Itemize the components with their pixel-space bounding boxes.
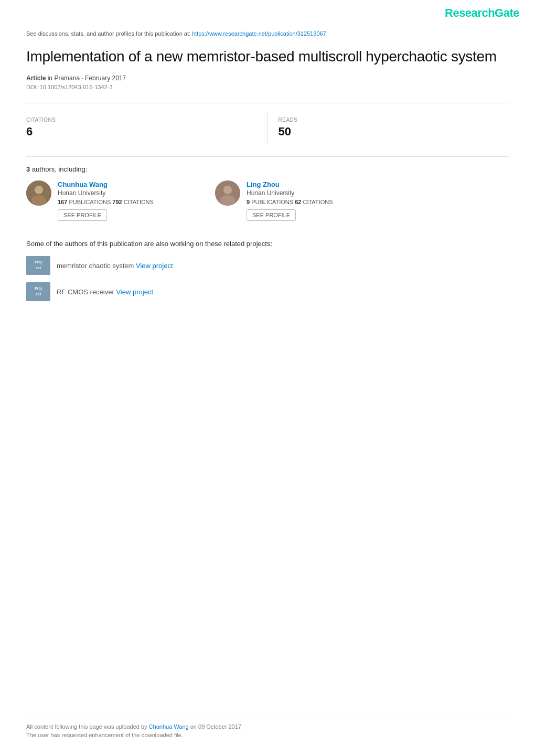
project-text-1: RF CMOS receiver View project — [57, 288, 153, 296]
author-stats-ling: 9 PUBLICATIONS 62 CITATIONS — [247, 199, 333, 205]
avatar-chunhua — [26, 180, 51, 206]
reads-value: 50 — [279, 125, 509, 139]
article-meta: Article in Pramana · February 2017 — [26, 74, 509, 82]
svg-text:ect: ect — [36, 292, 41, 296]
project-link-0[interactable]: View project — [136, 262, 173, 270]
svg-text:ect: ect — [36, 266, 41, 270]
page-footer: All content following this page was uplo… — [26, 718, 509, 740]
author-pub-count-chunhua: 167 — [58, 199, 67, 205]
footer-disclaimer: The user has requested enhancement of th… — [26, 732, 509, 738]
reads-block: READS 50 — [279, 112, 509, 144]
citations-label: CITATIONS — [26, 117, 257, 123]
reads-label: READS — [279, 117, 509, 123]
publication-link[interactable]: https://www.researchgate.net/publication… — [192, 30, 326, 37]
authors-grid: Chunhua Wang Hunan University 167 PUBLIC… — [26, 180, 509, 224]
author-info-chunhua: Chunhua Wang Hunan University 167 PUBLIC… — [58, 180, 154, 221]
project-name-0: memristor chaotic system — [57, 262, 134, 270]
footer-date-text: on 09 October 2017. — [190, 723, 243, 730]
project-item-0: Proj ect memristor chaotic system View p… — [26, 256, 509, 275]
project-name-1: RF CMOS receiver — [57, 288, 114, 296]
avatar-image-ling — [215, 180, 240, 206]
citations-value: 6 — [26, 125, 257, 139]
pub-label-chunhua: PUBLICATIONS — [69, 199, 111, 205]
project-item-1: Proj ect RF CMOS receiver View project — [26, 282, 509, 301]
article-doi: DOI: 10.1007/s12043-016-1342-3 — [26, 84, 509, 90]
project-thumbnail-0: Proj ect — [26, 256, 50, 275]
divider-top — [26, 103, 509, 103]
svg-rect-9 — [26, 282, 50, 301]
authors-count: 3 — [26, 165, 30, 173]
page-title: Implementation of a new memristor-based … — [26, 47, 509, 66]
author-name-ling[interactable]: Ling Zhou — [247, 180, 333, 188]
svg-point-4 — [223, 186, 232, 194]
author-affiliation-ling: Hunan University — [247, 189, 333, 197]
svg-point-2 — [31, 195, 46, 206]
project-thumbnail-1: Proj ect — [26, 282, 50, 301]
main-content: See discussions, stats, and author profi… — [0, 0, 535, 329]
researchgate-logo[interactable]: ResearchGate — [445, 6, 519, 19]
top-notice: See discussions, stats, and author profi… — [26, 30, 509, 37]
author-card-chunhua: Chunhua Wang Hunan University 167 PUBLIC… — [26, 180, 194, 224]
svg-point-1 — [35, 186, 43, 194]
stats-divider — [268, 112, 268, 144]
footer-prefix: All content following this page was uplo… — [26, 723, 149, 730]
see-profile-button-chunhua[interactable]: SEE PROFILE — [58, 209, 107, 221]
project-thumbnail-image-0: Proj ect — [26, 256, 50, 275]
footer-divider — [26, 718, 509, 718]
footer-uploader-link[interactable]: Chunhua Wang — [149, 723, 189, 730]
top-notice-prefix: See discussions, stats, and author profi… — [26, 30, 192, 37]
author-cite-count-chunhua: 792 — [112, 199, 122, 205]
article-type: Article — [26, 74, 46, 82]
article-date: February 2017 — [85, 74, 126, 82]
author-affiliation-chunhua: Hunan University — [58, 189, 154, 197]
author-stats-chunhua: 167 PUBLICATIONS 792 CITATIONS — [58, 199, 154, 205]
related-projects-title: Some of the authors of this publication … — [26, 240, 509, 248]
citations-block: CITATIONS 6 — [26, 112, 257, 144]
author-pub-count-ling: 9 — [247, 199, 250, 205]
svg-text:Proj: Proj — [35, 260, 42, 264]
project-text-0: memristor chaotic system View project — [57, 262, 173, 270]
article-in: in — [48, 74, 55, 82]
project-link-1[interactable]: View project — [116, 288, 153, 296]
svg-point-5 — [220, 195, 235, 206]
cite-label-text-ling: CITATIONS — [303, 199, 333, 205]
author-card-ling: Ling Zhou Hunan University 9 PUBLICATION… — [215, 180, 383, 224]
author-info-ling: Ling Zhou Hunan University 9 PUBLICATION… — [247, 180, 333, 221]
related-projects-section: Some of the authors of this publication … — [26, 240, 509, 301]
author-name-chunhua[interactable]: Chunhua Wang — [58, 180, 154, 188]
authors-label: 3 authors, including: — [26, 165, 509, 173]
footer-upload-text: All content following this page was uplo… — [26, 723, 509, 730]
author-cite-count-ling: 62 — [295, 199, 301, 205]
author-top-ling: Ling Zhou Hunan University 9 PUBLICATION… — [215, 180, 383, 221]
avatar-ling — [215, 180, 240, 206]
author-top-chunhua: Chunhua Wang Hunan University 167 PUBLIC… — [26, 180, 194, 221]
cite-label-text-chunhua: CITATIONS — [124, 199, 154, 205]
header-logo-area: ResearchGate — [445, 6, 519, 20]
article-journal: Pramana — [54, 74, 80, 82]
divider-mid — [26, 156, 509, 157]
avatar-image-chunhua — [26, 180, 51, 206]
stats-row: CITATIONS 6 READS 50 — [26, 112, 509, 144]
project-thumbnail-image-1: Proj ect — [26, 282, 50, 301]
svg-rect-6 — [26, 256, 50, 275]
svg-text:Proj: Proj — [35, 286, 42, 291]
authors-suffix-text: authors, including: — [32, 165, 88, 173]
see-profile-button-ling[interactable]: SEE PROFILE — [247, 209, 296, 221]
pub-label-ling: PUBLICATIONS — [251, 199, 293, 205]
